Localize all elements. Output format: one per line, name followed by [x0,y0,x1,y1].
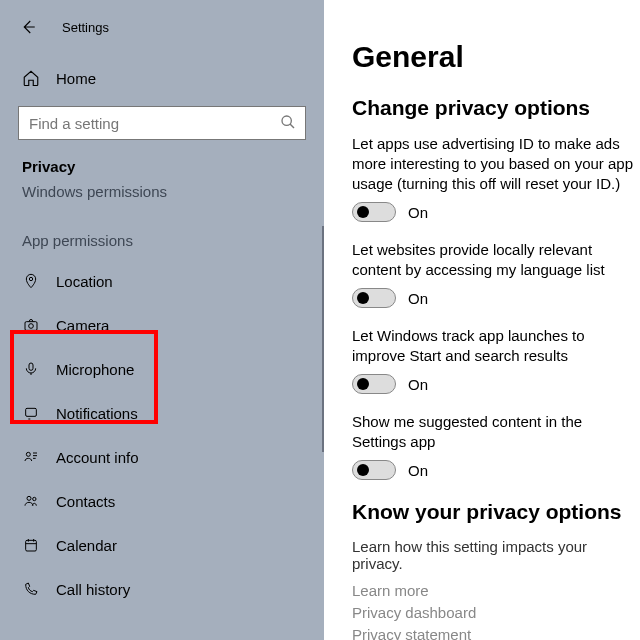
sidebar-item-calendar[interactable]: Calendar [0,523,324,567]
calendar-icon [22,537,40,553]
toggle-state: On [408,290,428,307]
sidebar-subsection[interactable]: Windows permissions [0,175,324,200]
privacy-option: Let websites provide locally relevant co… [352,240,640,308]
privacy-option: Let Windows track app launches to improv… [352,326,640,394]
search-icon [280,114,296,134]
toggle-state: On [408,204,428,221]
toggle-state: On [408,376,428,393]
toggle-app-launches[interactable] [352,374,396,394]
arrow-left-icon [19,18,37,36]
sidebar-item-notifications[interactable]: Notifications [0,391,324,435]
link-learn-more[interactable]: Learn more [352,580,640,602]
sidebar-item-contacts[interactable]: Contacts [0,479,324,523]
svg-point-0 [282,116,291,125]
sidebar-item-location[interactable]: Location [0,259,324,303]
contacts-icon [22,493,40,509]
sidebar-item-label: Location [56,273,113,290]
sidebar-item-label: Calendar [56,537,117,554]
toggle-advertising-id[interactable] [352,202,396,222]
sidebar-item-microphone[interactable]: Microphone [0,347,324,391]
privacy-option: Let apps use advertising ID to make ads … [352,134,640,222]
toggle-suggested-content[interactable] [352,460,396,480]
link-privacy-statement[interactable]: Privacy statement [352,624,640,640]
notifications-icon [22,405,40,421]
window-title: Settings [62,20,109,35]
svg-point-3 [29,324,34,329]
window-header: Settings [0,0,324,44]
nav-home-label: Home [56,70,96,87]
microphone-icon [22,361,40,377]
svg-point-1 [29,277,32,280]
sidebar: Settings Home Privacy Windows permission… [0,0,324,640]
sidebar-section-title: Privacy [0,140,324,175]
scrollbar[interactable] [322,226,324,452]
svg-rect-4 [29,363,33,370]
call-history-icon [22,581,40,597]
home-icon [22,69,40,87]
know-description: Learn how this setting impacts your priv… [352,538,640,572]
svg-point-8 [33,497,36,500]
option-description: Let Windows track app launches to improv… [352,326,640,366]
sidebar-item-label: Account info [56,449,139,466]
svg-rect-2 [25,322,37,331]
search-input[interactable] [18,106,306,140]
nav-home[interactable]: Home [0,62,324,94]
sidebar-item-account-info[interactable]: Account info [0,435,324,479]
account-info-icon [22,449,40,465]
back-button[interactable] [16,15,40,39]
search-container [18,106,306,140]
sidebar-item-label: Contacts [56,493,115,510]
sidebar-group-label: App permissions [0,200,324,259]
svg-rect-9 [26,540,37,551]
option-description: Show me suggested content in the Setting… [352,412,640,452]
sidebar-item-label: Microphone [56,361,134,378]
know-heading: Know your privacy options [352,500,640,524]
sidebar-item-label: Notifications [56,405,138,422]
svg-point-6 [26,452,30,456]
option-description: Let websites provide locally relevant co… [352,240,640,280]
link-privacy-dashboard[interactable]: Privacy dashboard [352,602,640,624]
page-subheading: Change privacy options [352,96,640,120]
sidebar-item-camera[interactable]: Camera [0,303,324,347]
sidebar-item-label: Call history [56,581,130,598]
camera-icon [22,317,40,333]
sidebar-item-call-history[interactable]: Call history [0,567,324,611]
svg-point-7 [27,496,31,500]
privacy-option: Show me suggested content in the Setting… [352,412,640,480]
sidebar-item-label: Camera [56,317,109,334]
toggle-state: On [408,462,428,479]
svg-rect-5 [26,408,37,416]
option-description: Let apps use advertising ID to make ads … [352,134,640,194]
main-content: General Change privacy options Let apps … [324,0,640,640]
toggle-language-list[interactable] [352,288,396,308]
location-icon [22,273,40,289]
page-heading: General [352,40,640,74]
